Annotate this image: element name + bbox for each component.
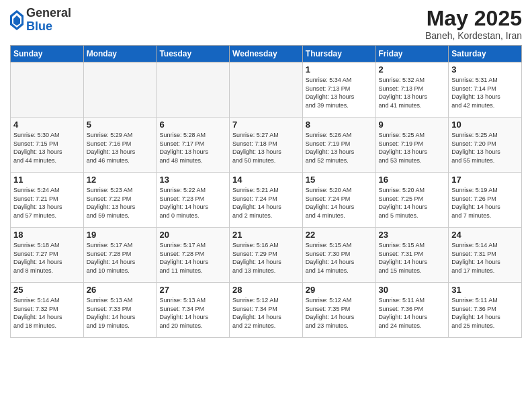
table-row: 25Sunrise: 5:14 AM Sunset: 7:32 PM Dayli…: [11, 283, 84, 338]
logo-general: General: [26, 7, 71, 20]
day-info: Sunrise: 5:12 AM Sunset: 7:34 PM Dayligh…: [232, 296, 300, 330]
table-row: 29Sunrise: 5:12 AM Sunset: 7:35 PM Dayli…: [302, 283, 375, 338]
calendar-header-row: Sunday Monday Tuesday Wednesday Thursday…: [11, 46, 522, 62]
table-row: 12Sunrise: 5:23 AM Sunset: 7:22 PM Dayli…: [83, 173, 157, 228]
table-row: 1Sunrise: 5:34 AM Sunset: 7:13 PM Daylig…: [302, 62, 375, 118]
logo-text: General Blue: [26, 7, 71, 34]
day-number: 21: [232, 230, 300, 240]
day-info: Sunrise: 5:15 AM Sunset: 7:30 PM Dayligh…: [306, 241, 373, 275]
day-number: 10: [451, 120, 519, 130]
day-info: Sunrise: 5:17 AM Sunset: 7:28 PM Dayligh…: [159, 241, 226, 275]
day-number: 31: [451, 285, 519, 295]
table-row: [11, 62, 84, 118]
table-row: 30Sunrise: 5:11 AM Sunset: 7:36 PM Dayli…: [375, 283, 449, 338]
day-info: Sunrise: 5:21 AM Sunset: 7:24 PM Dayligh…: [232, 186, 300, 220]
day-info: Sunrise: 5:13 AM Sunset: 7:33 PM Dayligh…: [87, 296, 154, 330]
day-number: 17: [451, 175, 519, 185]
table-row: 7Sunrise: 5:27 AM Sunset: 7:18 PM Daylig…: [230, 118, 303, 173]
table-row: 10Sunrise: 5:25 AM Sunset: 7:20 PM Dayli…: [449, 118, 522, 173]
table-row: 24Sunrise: 5:14 AM Sunset: 7:31 PM Dayli…: [449, 228, 522, 283]
table-row: 23Sunrise: 5:15 AM Sunset: 7:31 PM Dayli…: [375, 228, 449, 283]
day-info: Sunrise: 5:26 AM Sunset: 7:19 PM Dayligh…: [306, 131, 373, 165]
day-number: 28: [232, 285, 300, 295]
day-number: 29: [306, 285, 373, 295]
table-row: 17Sunrise: 5:19 AM Sunset: 7:26 PM Dayli…: [449, 173, 522, 228]
table-row: 11Sunrise: 5:24 AM Sunset: 7:21 PM Dayli…: [11, 173, 84, 228]
table-row: 18Sunrise: 5:18 AM Sunset: 7:27 PM Dayli…: [11, 228, 84, 283]
table-row: 22Sunrise: 5:15 AM Sunset: 7:30 PM Dayli…: [302, 228, 375, 283]
table-row: 19Sunrise: 5:17 AM Sunset: 7:28 PM Dayli…: [83, 228, 157, 283]
calendar-week-row: 1Sunrise: 5:34 AM Sunset: 7:13 PM Daylig…: [11, 62, 522, 118]
day-number: 27: [159, 285, 226, 295]
day-info: Sunrise: 5:16 AM Sunset: 7:29 PM Dayligh…: [232, 241, 300, 275]
table-row: 9Sunrise: 5:25 AM Sunset: 7:19 PM Daylig…: [375, 118, 449, 173]
calendar-week-row: 11Sunrise: 5:24 AM Sunset: 7:21 PM Dayli…: [11, 173, 522, 228]
day-info: Sunrise: 5:34 AM Sunset: 7:13 PM Dayligh…: [306, 76, 373, 109]
col-friday: Friday: [375, 46, 449, 62]
logo: General Blue: [10, 7, 71, 34]
table-row: 26Sunrise: 5:13 AM Sunset: 7:33 PM Dayli…: [83, 283, 157, 338]
calendar-week-row: 25Sunrise: 5:14 AM Sunset: 7:32 PM Dayli…: [11, 283, 522, 338]
day-info: Sunrise: 5:32 AM Sunset: 7:13 PM Dayligh…: [379, 76, 446, 109]
day-number: 16: [379, 175, 446, 185]
col-sunday: Sunday: [11, 46, 84, 62]
day-number: 23: [379, 230, 446, 240]
day-number: 7: [232, 120, 300, 130]
day-number: 4: [13, 120, 81, 130]
day-number: 22: [306, 230, 373, 240]
calendar-week-row: 18Sunrise: 5:18 AM Sunset: 7:27 PM Dayli…: [11, 228, 522, 283]
location-subtitle: Baneh, Kordestan, Iran: [425, 30, 522, 41]
day-number: 24: [451, 230, 519, 240]
col-monday: Monday: [83, 46, 157, 62]
table-row: 3Sunrise: 5:31 AM Sunset: 7:14 PM Daylig…: [449, 62, 522, 118]
day-number: 15: [306, 175, 373, 185]
day-number: 30: [379, 285, 446, 295]
day-info: Sunrise: 5:25 AM Sunset: 7:20 PM Dayligh…: [451, 131, 519, 165]
calendar-week-row: 4Sunrise: 5:30 AM Sunset: 7:15 PM Daylig…: [11, 118, 522, 173]
day-info: Sunrise: 5:22 AM Sunset: 7:23 PM Dayligh…: [159, 186, 226, 220]
table-row: 28Sunrise: 5:12 AM Sunset: 7:34 PM Dayli…: [230, 283, 303, 338]
day-info: Sunrise: 5:31 AM Sunset: 7:14 PM Dayligh…: [451, 76, 519, 109]
day-number: 12: [87, 175, 154, 185]
page: General Blue May 2025 Baneh, Kordestan, …: [0, 0, 532, 411]
day-info: Sunrise: 5:30 AM Sunset: 7:15 PM Dayligh…: [13, 131, 81, 165]
day-info: Sunrise: 5:27 AM Sunset: 7:18 PM Dayligh…: [232, 131, 300, 165]
table-row: 16Sunrise: 5:20 AM Sunset: 7:25 PM Dayli…: [375, 173, 449, 228]
col-tuesday: Tuesday: [157, 46, 230, 62]
col-saturday: Saturday: [449, 46, 522, 62]
day-number: 18: [13, 230, 81, 240]
table-row: 31Sunrise: 5:11 AM Sunset: 7:36 PM Dayli…: [449, 283, 522, 338]
table-row: 15Sunrise: 5:20 AM Sunset: 7:24 PM Dayli…: [302, 173, 375, 228]
day-number: 2: [379, 64, 446, 75]
table-row: 6Sunrise: 5:28 AM Sunset: 7:17 PM Daylig…: [157, 118, 230, 173]
day-info: Sunrise: 5:13 AM Sunset: 7:34 PM Dayligh…: [159, 296, 226, 330]
table-row: 5Sunrise: 5:29 AM Sunset: 7:16 PM Daylig…: [83, 118, 157, 173]
day-number: 25: [13, 285, 81, 295]
day-info: Sunrise: 5:25 AM Sunset: 7:19 PM Dayligh…: [379, 131, 446, 165]
day-info: Sunrise: 5:29 AM Sunset: 7:16 PM Dayligh…: [87, 131, 154, 165]
day-info: Sunrise: 5:11 AM Sunset: 7:36 PM Dayligh…: [451, 296, 519, 330]
day-number: 11: [13, 175, 81, 185]
table-row: 14Sunrise: 5:21 AM Sunset: 7:24 PM Dayli…: [230, 173, 303, 228]
day-info: Sunrise: 5:17 AM Sunset: 7:28 PM Dayligh…: [87, 241, 154, 275]
day-info: Sunrise: 5:14 AM Sunset: 7:32 PM Dayligh…: [13, 296, 81, 330]
day-number: 14: [232, 175, 300, 185]
logo-blue: Blue: [26, 20, 71, 34]
col-wednesday: Wednesday: [230, 46, 303, 62]
table-row: 27Sunrise: 5:13 AM Sunset: 7:34 PM Dayli…: [157, 283, 230, 338]
day-info: Sunrise: 5:20 AM Sunset: 7:24 PM Dayligh…: [306, 186, 373, 220]
day-info: Sunrise: 5:28 AM Sunset: 7:17 PM Dayligh…: [159, 131, 226, 165]
title-block: May 2025 Baneh, Kordestan, Iran: [425, 7, 522, 41]
day-info: Sunrise: 5:14 AM Sunset: 7:31 PM Dayligh…: [451, 241, 519, 275]
table-row: [83, 62, 157, 118]
day-number: 13: [159, 175, 226, 185]
month-title: May 2025: [425, 7, 522, 30]
day-info: Sunrise: 5:12 AM Sunset: 7:35 PM Dayligh…: [306, 296, 373, 330]
day-info: Sunrise: 5:15 AM Sunset: 7:31 PM Dayligh…: [379, 241, 446, 275]
logo-icon: [10, 10, 24, 30]
day-info: Sunrise: 5:11 AM Sunset: 7:36 PM Dayligh…: [379, 296, 446, 330]
calendar-table: Sunday Monday Tuesday Wednesday Thursday…: [10, 45, 522, 338]
day-number: 19: [87, 230, 154, 240]
table-row: [230, 62, 303, 118]
day-info: Sunrise: 5:18 AM Sunset: 7:27 PM Dayligh…: [13, 241, 81, 275]
